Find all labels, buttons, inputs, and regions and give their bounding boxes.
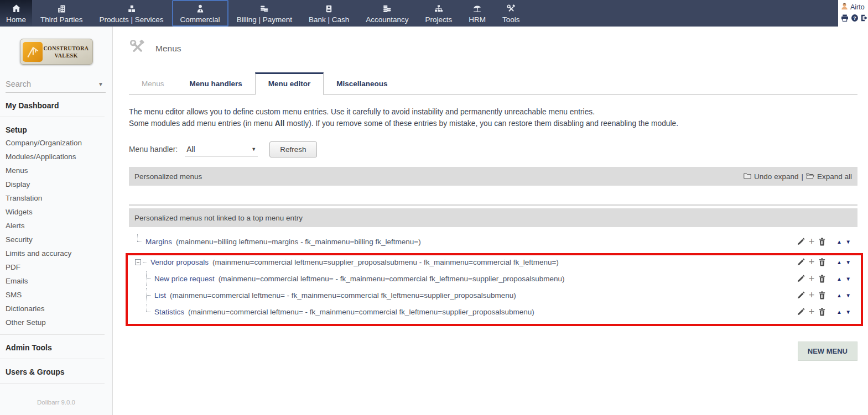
edit-pencil-icon[interactable]	[797, 238, 805, 246]
nav-item-bank-cash[interactable]: Bank | Cash	[300, 0, 357, 27]
delete-trash-icon[interactable]	[818, 291, 826, 300]
logout-icon[interactable]	[861, 14, 868, 22]
search-caret-icon[interactable]: ▼	[98, 81, 103, 87]
menu-link[interactable]: New price request	[154, 275, 215, 283]
collapse-expander-icon[interactable]	[135, 259, 141, 265]
sidebar-item-widgets[interactable]: Widgets	[6, 205, 105, 219]
dolibarr-screen: Home Third Parties Products | Services C…	[0, 0, 868, 415]
delete-trash-icon[interactable]	[818, 258, 826, 266]
sidebar-item-alerts[interactable]: Alerts	[6, 219, 105, 233]
menu-handler-select[interactable]: All ▼	[185, 143, 258, 156]
tree-connector	[144, 271, 152, 286]
nav-item-accountancy[interactable]: Accountancy	[357, 0, 417, 27]
expand-controls: Undo expand | Expand all	[744, 172, 852, 181]
add-child-icon[interactable]: +	[809, 238, 815, 245]
move-down-icon[interactable]: ▼	[846, 259, 851, 265]
crane-logo-icon	[23, 42, 43, 62]
move-up-icon[interactable]: ▲	[836, 259, 841, 265]
menu-link[interactable]: List	[154, 291, 166, 300]
logo-line2: VALESK	[54, 52, 77, 59]
company-logo[interactable]: CONSTRUTORA VALESK	[20, 39, 93, 65]
tab-miscellaneous[interactable]: Miscellaneous	[324, 73, 400, 94]
move-up-icon[interactable]: ▲	[836, 292, 841, 298]
search-input[interactable]	[6, 80, 89, 88]
move-down-icon[interactable]: ▼	[846, 276, 851, 282]
nav-item-commercial[interactable]: Commercial	[172, 0, 228, 27]
sidebar-item-security[interactable]: Security	[6, 233, 105, 246]
menu-link[interactable]: Statistics	[154, 308, 184, 316]
help-icon[interactable]: ?	[851, 14, 858, 22]
add-child-icon[interactable]: +	[809, 308, 815, 316]
menu-link[interactable]: Margins	[145, 238, 172, 246]
sidebar-item-sms[interactable]: SMS	[6, 288, 105, 302]
nav-item-label: Billing | Payment	[237, 15, 292, 24]
nav-item-third-parties[interactable]: Third Parties	[32, 0, 91, 27]
expand-all-link[interactable]: Expand all	[817, 172, 852, 181]
tabs-row: Menus Menu handlers Menu editor Miscella…	[129, 71, 857, 95]
new-menu-button[interactable]: NEW MENU	[798, 342, 857, 361]
nav-item-tools[interactable]: Tools	[494, 0, 528, 27]
menu-link[interactable]: Vendor proposals	[150, 258, 209, 266]
sidebar-item-limits-accuracy[interactable]: Limits and accuracy	[6, 246, 105, 260]
sidebar-item-pdf[interactable]: PDF	[6, 260, 105, 274]
coins-icon	[259, 3, 269, 14]
move-down-icon[interactable]: ▼	[846, 292, 851, 298]
description-line2: Some modules add menu entries (in menu A…	[129, 118, 857, 129]
delete-trash-icon[interactable]	[818, 308, 826, 316]
expand-separator: |	[801, 172, 803, 181]
sitemap-icon	[434, 3, 444, 14]
add-child-icon[interactable]: +	[809, 275, 815, 282]
description-line2-prefix: Some modules add menu entries (in menu	[129, 119, 275, 128]
tab-menu-editor[interactable]: Menu editor	[255, 72, 324, 95]
print-icon[interactable]	[841, 14, 849, 22]
undo-expand-link[interactable]: Undo expand	[754, 172, 798, 181]
move-up-icon[interactable]: ▲	[836, 276, 841, 282]
select-caret-icon: ▼	[251, 146, 256, 152]
move-down-icon[interactable]: ▼	[846, 239, 851, 245]
sidebar-item-admin-tools[interactable]: Admin Tools	[6, 335, 105, 354]
sidebar-item-setup[interactable]: Setup	[6, 117, 105, 136]
nav-item-projects[interactable]: Projects	[417, 0, 461, 27]
nav-item-home[interactable]: Home	[0, 0, 32, 27]
top-navigation-bar: Home Third Parties Products | Services C…	[0, 0, 868, 27]
edit-pencil-icon[interactable]	[797, 258, 805, 266]
move-up-icon[interactable]: ▲	[836, 239, 841, 245]
company-logo-text: CONSTRUTORA VALESK	[43, 45, 90, 59]
nav-item-products-services[interactable]: Products | Services	[91, 0, 172, 27]
delete-trash-icon[interactable]	[818, 275, 826, 283]
home-icon	[11, 3, 22, 14]
refresh-button[interactable]: Refresh	[269, 141, 316, 157]
sidebar-item-company-organization[interactable]: Company/Organization	[6, 136, 105, 150]
nav-item-billing-payment[interactable]: Billing | Payment	[228, 0, 300, 27]
sidebar-item-emails[interactable]: Emails	[6, 274, 105, 288]
move-down-icon[interactable]: ▼	[846, 309, 851, 315]
move-up-icon[interactable]: ▲	[836, 309, 841, 315]
user-name[interactable]: Airto	[850, 3, 865, 11]
menu-detail: (mainmenu=commercial leftmenu=supplier_p…	[212, 258, 559, 266]
sidebar-item-display[interactable]: Display	[6, 177, 105, 191]
sidebar-item-modules-applications[interactable]: Modules/Applications	[6, 150, 105, 164]
sidebar-item-users-groups[interactable]: Users & Groups	[6, 359, 105, 378]
building-icon	[56, 3, 66, 14]
sidebar-item-my-dashboard[interactable]: My Dashboard	[6, 93, 105, 112]
sidebar-item-menus[interactable]: Menus	[6, 164, 105, 177]
sidebar-item-dictionaries[interactable]: Dictionaries	[6, 302, 105, 316]
add-child-icon[interactable]: +	[809, 291, 815, 299]
tab-menus[interactable]: Menus	[129, 73, 177, 94]
nav-item-label: Accountancy	[366, 15, 408, 24]
page-title-row: Menus	[129, 39, 857, 58]
add-child-icon[interactable]: +	[809, 258, 815, 266]
nav-item-hrm[interactable]: HRM	[460, 0, 494, 27]
nav-item-label: Projects	[425, 15, 453, 24]
row-actions: + ▲ ▼	[797, 238, 857, 246]
delete-trash-icon[interactable]	[818, 238, 826, 246]
edit-pencil-icon[interactable]	[797, 291, 805, 300]
sidebar-item-other-setup[interactable]: Other Setup	[6, 316, 105, 329]
main-content: Menus Menus Menu handlers Menu editor Mi…	[113, 27, 868, 415]
sidebar-item-translation[interactable]: Translation	[6, 191, 105, 205]
tab-menu-handlers[interactable]: Menu handlers	[177, 73, 255, 94]
edit-pencil-icon[interactable]	[797, 275, 805, 283]
edit-pencil-icon[interactable]	[797, 308, 805, 316]
description-line1: The menu editor allows you to define cus…	[129, 106, 857, 118]
nav-item-label: HRM	[469, 15, 486, 24]
